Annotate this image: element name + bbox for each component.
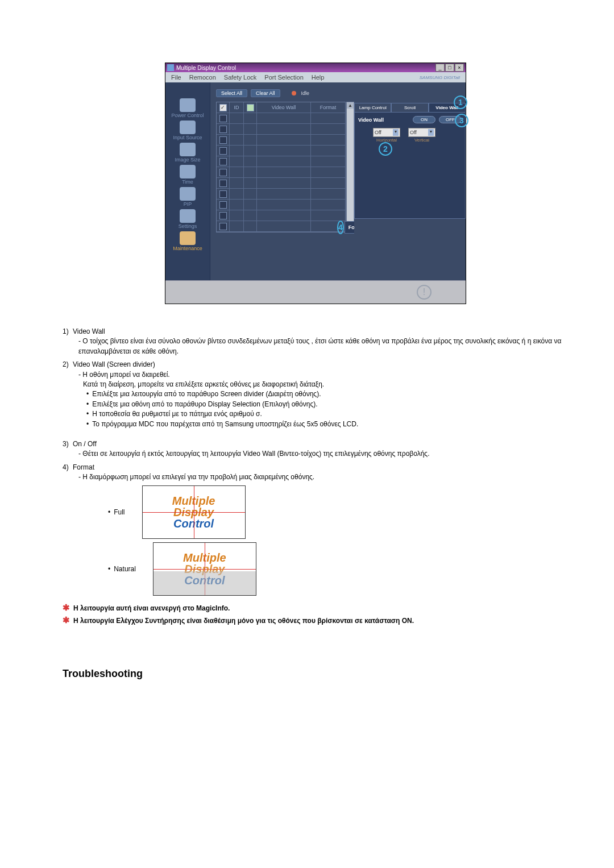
chevron-down-icon: ▾ (428, 129, 434, 136)
table-row[interactable] (217, 113, 345, 124)
sidebar: Power Control Input Source Image Size Ti… (165, 82, 210, 280)
video-wall-on-button[interactable]: ON (413, 116, 435, 123)
sidebar-item-maintenance[interactable]: Maintenance (167, 231, 208, 251)
list-number: 2) (63, 360, 73, 369)
list-text: - Ο τοίχος βίντεο είναι ένα σύνολο οθονώ… (78, 337, 569, 356)
grid-header-videowall: Video Wall (257, 102, 311, 113)
table-row[interactable] (217, 200, 345, 210)
menu-bar: File Remocon Safety Lock Port Selection … (165, 72, 466, 82)
grid-header-format: Format (311, 102, 345, 113)
chevron-down-icon: ▾ (393, 129, 399, 136)
display-grid: ✓ ID Video Wall Format (216, 102, 346, 232)
callout-4: 4 (337, 221, 344, 234)
horizontal-select[interactable]: Off▾ (373, 128, 400, 137)
list-title: Video Wall (73, 327, 105, 335)
table-row[interactable] (217, 210, 345, 221)
idle-indicator-icon (292, 91, 296, 95)
list-item: Επιλέξτε μια λειτουργία από το παράθυρο … (86, 389, 569, 399)
select-all-button[interactable]: Select All (216, 89, 247, 97)
sidebar-item-time[interactable]: Time (167, 165, 208, 185)
title-bar: Multiple Display Control _ □ × (165, 63, 466, 72)
header-check-all[interactable]: ✓ (219, 104, 227, 111)
menu-safety-lock[interactable]: Safety Lock (224, 74, 256, 81)
list-item: Επιλέξτε μια οθόνη από το παράθυρο Displ… (86, 400, 569, 409)
grid-header-id: ID (230, 102, 244, 113)
list-text: - Θέτει σε λειτουργία ή εκτός λειτουργία… (78, 449, 569, 459)
full-label: Full (108, 508, 125, 517)
callout-2: 2 (379, 142, 392, 156)
list-number: 3) (63, 439, 73, 449)
vertical-scrollbar[interactable]: ▲ (346, 102, 354, 228)
table-row[interactable] (217, 135, 345, 146)
format-natural-image: Multiple Display Control (153, 542, 256, 596)
warning-icon: ! (417, 285, 432, 300)
sidebar-item-image-size[interactable]: Image Size (167, 143, 208, 163)
table-row[interactable] (217, 146, 345, 156)
maximize-button[interactable]: □ (445, 64, 454, 72)
app-icon (167, 64, 174, 71)
callout-1: 1 (454, 95, 467, 109)
list-number: 4) (63, 463, 73, 472)
vertical-label: Vertical (414, 138, 429, 143)
table-row[interactable] (217, 178, 345, 189)
menu-file[interactable]: File (171, 74, 181, 81)
natural-label: Natural (108, 564, 136, 574)
video-wall-label: Video Wall (358, 117, 384, 123)
table-row[interactable] (217, 156, 345, 167)
close-button[interactable]: × (455, 64, 464, 72)
center-panel: Select All Clear All Idle ✓ ID Video Wal… (210, 82, 354, 280)
sidebar-item-settings[interactable]: Settings (167, 209, 208, 229)
table-row[interactable] (217, 221, 345, 232)
menu-help[interactable]: Help (312, 74, 325, 81)
scroll-up-icon[interactable]: ▲ (347, 102, 354, 109)
format-bar: 4 Format Full Natural (345, 221, 355, 234)
menu-port-selection[interactable]: Port Selection (264, 74, 303, 81)
window-title: Multiple Display Control (176, 65, 236, 71)
table-row[interactable] (217, 124, 345, 135)
sidebar-item-pip[interactable]: PIP (167, 187, 208, 207)
clear-all-button[interactable]: Clear All (251, 89, 280, 97)
list-title: Video Wall (Screen divider) (73, 360, 155, 368)
list-title: Format (73, 463, 94, 471)
status-strip: ! (165, 280, 466, 304)
minimize-button[interactable]: _ (435, 64, 445, 72)
tab-scroll[interactable]: Scroll (391, 103, 428, 112)
vertical-select[interactable]: Off▾ (408, 128, 435, 137)
list-text: - Η οθόνη μπορεί να διαιρεθεί. (78, 370, 569, 380)
list-text: Κατά τη διαίρεση, μπορείτε να επιλέξετε … (83, 380, 569, 389)
sidebar-item-power-control[interactable]: Power Control (167, 98, 208, 118)
list-number: 1) (63, 327, 73, 337)
sidebar-item-input-source[interactable]: Input Source (167, 121, 208, 140)
list-text: - Η διαμόρφωση μπορεί να επιλεγεί για τη… (78, 472, 569, 482)
note-magicinfo: Η λειτουργία αυτή είναι ανενεργή στο Mag… (63, 601, 569, 614)
format-full-image: Multiple Display Control (142, 485, 246, 539)
tab-lamp-control[interactable]: Lamp Control (354, 103, 391, 112)
list-item: Το πρόγραμμα MDC που παρέχεται από τη Sa… (86, 420, 569, 429)
menu-remocon[interactable]: Remocon (189, 74, 216, 81)
note-maintenance: Η λειτουργία Ελέγχου Συντήρησης είναι δι… (63, 614, 569, 626)
app-window: Multiple Display Control _ □ × File Remo… (165, 63, 466, 304)
callout-3: 3 (455, 114, 468, 127)
list-item: Η τοποθεσία θα ρυθμιστεί με το πάτημα εν… (86, 409, 569, 419)
table-row[interactable] (217, 189, 345, 200)
document-body: 1)Video Wall - Ο τοίχος βίντεο είναι ένα… (63, 327, 569, 681)
troubleshooting-heading: Troubleshooting (63, 666, 569, 681)
header-status-icon (247, 104, 254, 111)
brand-label: SAMSUNG DIGITall (420, 75, 460, 80)
idle-label: Idle (301, 90, 310, 96)
right-panel: Lamp Control Scroll Video Wall 1 Video W… (354, 82, 466, 280)
list-title: On / Off (73, 440, 97, 448)
table-row[interactable] (217, 167, 345, 178)
